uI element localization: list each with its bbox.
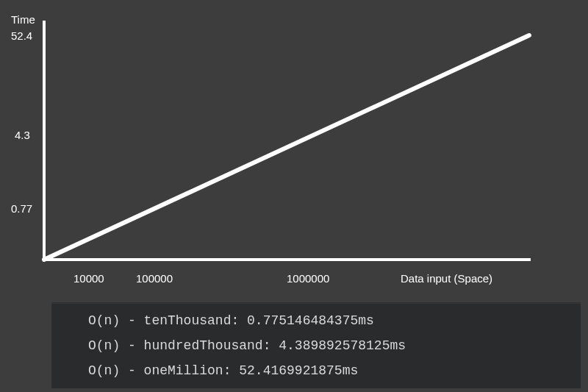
chart-plot xyxy=(0,0,588,305)
console-output: O(n) - tenThousand: 0.775146484375ms O(n… xyxy=(51,303,581,388)
x-axis-tick: 1000000 xyxy=(287,272,329,285)
y-axis-title: Time xyxy=(11,13,35,26)
y-axis-tick: 4.3 xyxy=(15,129,30,141)
svg-line-2 xyxy=(44,35,529,260)
chart-area: Time 52.4 4.3 0.77 10000 100000 1000000 … xyxy=(0,0,588,305)
console-line: O(n) - hundredThousand: 4.389892578125ms xyxy=(51,333,581,358)
console-line: O(n) - oneMillion: 52.4169921875ms xyxy=(51,358,581,383)
y-axis-tick: 52.4 xyxy=(11,29,32,42)
x-axis-tick: 10000 xyxy=(74,272,104,285)
y-axis-tick: 0.77 xyxy=(11,202,32,215)
console-line: O(n) - tenThousand: 0.775146484375ms xyxy=(51,308,581,333)
x-axis-title: Data input (Space) xyxy=(401,272,492,285)
x-axis-tick: 100000 xyxy=(136,272,173,285)
